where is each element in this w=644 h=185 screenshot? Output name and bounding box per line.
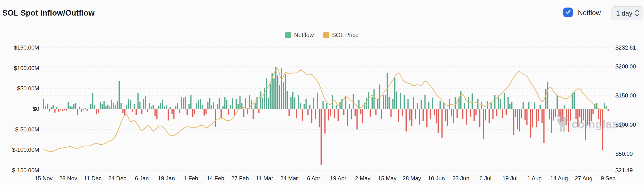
netflow-bar[interactable] — [453, 109, 454, 124]
netflow-bar[interactable] — [338, 109, 339, 121]
netflow-bar[interactable] — [106, 106, 107, 109]
netflow-bar[interactable] — [592, 109, 594, 114]
netflow-bar[interactable] — [308, 109, 309, 115]
netflow-bar[interactable] — [202, 105, 203, 109]
netflow-bar[interactable] — [322, 101, 324, 109]
netflow-bar[interactable] — [211, 105, 212, 109]
netflow-bar[interactable] — [47, 104, 48, 109]
netflow-bar[interactable] — [185, 97, 186, 109]
netflow-bar[interactable] — [355, 109, 356, 116]
netflow-bar[interactable] — [102, 104, 103, 109]
netflow-bar[interactable] — [553, 109, 554, 120]
netflow-bar[interactable] — [160, 103, 162, 109]
netflow-bar[interactable] — [140, 102, 141, 109]
netflow-bar[interactable] — [226, 100, 228, 109]
netflow-bar[interactable] — [181, 97, 182, 109]
netflow-bar[interactable] — [58, 109, 60, 112]
netflow-bar[interactable] — [130, 100, 131, 109]
netflow-bar[interactable] — [45, 106, 46, 109]
netflow-bar[interactable] — [166, 105, 167, 109]
netflow-bar[interactable] — [300, 103, 301, 109]
netflow-bar[interactable] — [574, 92, 575, 109]
netflow-bar[interactable] — [326, 103, 328, 109]
netflow-bar[interactable] — [545, 89, 546, 109]
netflow-bar[interactable] — [458, 98, 460, 109]
netflow-bar[interactable] — [445, 109, 446, 121]
netflow-bar[interactable] — [319, 109, 320, 128]
netflow-bar[interactable] — [390, 109, 392, 117]
netflow-bar[interactable] — [557, 95, 558, 109]
netflow-bar[interactable] — [60, 109, 61, 110]
netflow-bar[interactable] — [351, 109, 352, 119]
netflow-bar[interactable] — [317, 93, 318, 109]
netflow-bar[interactable] — [115, 105, 116, 109]
netflow-bar[interactable] — [521, 109, 522, 118]
netflow-bar[interactable] — [374, 90, 375, 109]
netflow-bar[interactable] — [449, 99, 450, 109]
netflow-bar[interactable] — [519, 109, 520, 132]
netflow-bar[interactable] — [190, 94, 192, 109]
netflow-bar[interactable] — [500, 99, 501, 109]
netflow-bar[interactable] — [551, 109, 552, 133]
netflow-bar[interactable] — [198, 100, 199, 109]
netflow-bar[interactable] — [547, 82, 548, 109]
netflow-bar[interactable] — [276, 67, 276, 109]
netflow-bar[interactable] — [75, 103, 76, 109]
netflow-bar[interactable] — [343, 109, 344, 115]
netflow-bar[interactable] — [402, 109, 403, 116]
netflow-bar[interactable] — [508, 97, 509, 109]
netflow-bar[interactable] — [419, 109, 420, 124]
netflow-bar[interactable] — [540, 105, 541, 109]
netflow-bar[interactable] — [532, 109, 533, 128]
netflow-bar[interactable] — [483, 109, 484, 139]
netflow-bar[interactable] — [302, 109, 303, 121]
netflow-bar[interactable] — [494, 94, 496, 109]
netflow-bar[interactable] — [232, 98, 233, 109]
netflow-bar[interactable] — [400, 93, 401, 109]
netflow-bar[interactable] — [330, 109, 331, 116]
netflow-bar[interactable] — [370, 109, 371, 117]
netflow-bar[interactable] — [51, 107, 52, 109]
netflow-bar[interactable] — [353, 94, 354, 109]
netflow-bar[interactable] — [404, 94, 405, 109]
netflow-bar[interactable] — [245, 98, 246, 109]
netflow-bar[interactable] — [411, 109, 412, 126]
netflow-bar[interactable] — [128, 99, 129, 109]
netflow-bar[interactable] — [242, 103, 242, 109]
netflow-bar[interactable] — [172, 109, 173, 114]
netflow-bar[interactable] — [444, 103, 444, 109]
netflow-bar[interactable] — [88, 108, 90, 109]
netflow-bar[interactable] — [98, 109, 99, 113]
netflow-bar[interactable] — [296, 109, 297, 118]
netflow-bar[interactable] — [451, 109, 452, 116]
netflow-bar[interactable] — [377, 99, 378, 109]
netflow-bar[interactable] — [555, 109, 556, 117]
netflow-bar[interactable] — [262, 98, 263, 109]
netflow-bar[interactable] — [368, 92, 369, 109]
netflow-bar[interactable] — [270, 84, 271, 109]
netflow-bar[interactable] — [485, 109, 486, 120]
netflow-bar[interactable] — [304, 104, 305, 109]
netflow-bar[interactable] — [321, 109, 322, 165]
netflow-bar[interactable] — [389, 97, 390, 109]
netflow-bar[interactable] — [77, 109, 78, 115]
netflow-bar[interactable] — [479, 109, 480, 128]
netflow-bar[interactable] — [447, 109, 448, 126]
netflow-bar[interactable] — [285, 74, 286, 109]
netflow-bar[interactable] — [534, 102, 535, 109]
netflow-bar[interactable] — [385, 94, 386, 109]
netflow-bar[interactable] — [219, 98, 220, 109]
netflow-bar[interactable] — [281, 68, 282, 109]
netflow-bar[interactable] — [594, 104, 596, 109]
netflow-bar[interactable] — [170, 107, 171, 109]
netflow-bar[interactable] — [311, 109, 312, 124]
netflow-bar[interactable] — [260, 91, 262, 109]
netflow-bar[interactable] — [383, 94, 384, 109]
netflow-bar[interactable] — [476, 109, 477, 115]
netflow-bar[interactable] — [306, 99, 307, 109]
netflow-bar[interactable] — [287, 90, 288, 109]
netflow-bar[interactable] — [224, 97, 226, 109]
netflow-bar[interactable] — [204, 109, 205, 116]
netflow-bar[interactable] — [243, 109, 244, 117]
netflow-bar[interactable] — [524, 109, 526, 120]
